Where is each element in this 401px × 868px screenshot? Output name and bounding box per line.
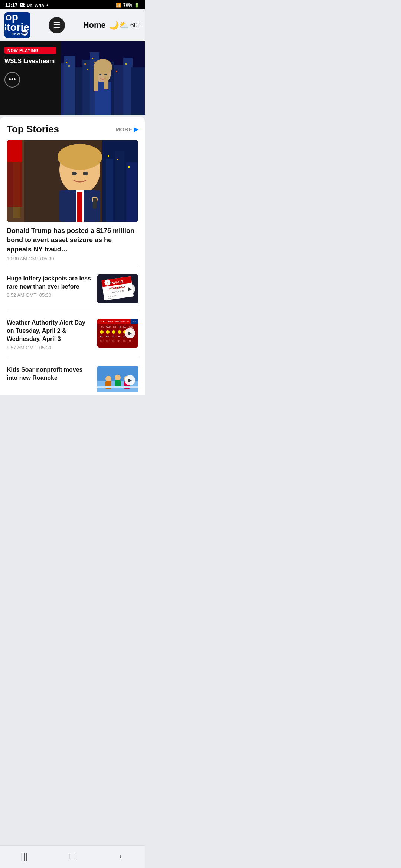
more-stories-link[interactable]: MORE ▶ [115, 126, 138, 133]
lottery-time: 8:52 AM GMT+05:30 [7, 292, 93, 298]
featured-time: 10:00 AM GMT+05:30 [7, 256, 138, 262]
svg-point-42 [72, 172, 77, 175]
lottery-headline: Huge lottery jackpots are less rare now … [7, 274, 93, 291]
logo-tagline: WORKING FOR YOU [9, 36, 27, 38]
svg-rect-6 [75, 67, 82, 115]
svg-text:36: 36 [112, 340, 115, 342]
svg-point-92 [105, 376, 111, 382]
svg-text:WED: WED [106, 326, 111, 328]
svg-point-73 [118, 330, 121, 334]
weather-headline: Weather Authority Alert Day on Tuesday, … [7, 319, 93, 343]
weather-widget: 🌙⛅ 60° [109, 20, 140, 30]
svg-text:IES: IES [133, 320, 136, 323]
nbc-peacock-icon: NBC [22, 29, 28, 36]
svg-text:82: 82 [100, 335, 103, 338]
svg-point-72 [112, 330, 115, 334]
battery-display: 70% [123, 3, 132, 8]
svg-point-71 [106, 330, 110, 334]
app-logo[interactable]: Top Stories NEWS WORKING FOR YOU NBC [4, 12, 30, 38]
svg-rect-50 [128, 166, 130, 168]
menu-button[interactable]: ☰ [49, 17, 65, 33]
svg-rect-46 [115, 151, 124, 222]
time-display: 12:17 [5, 2, 17, 8]
svg-rect-45 [106, 159, 113, 222]
now-playing-section: NOW PLAYING WSLS Livestream ••• [0, 41, 145, 115]
dh-indicator: Dh [27, 3, 32, 7]
story-item-kids-soar[interactable]: Kids Soar nonprofit moves into new Roano… [7, 362, 138, 392]
app-header: Top Stories NEWS WORKING FOR YOU NBC ☰ H… [0, 9, 145, 41]
more-options-icon: ••• [9, 76, 16, 83]
divider-1 [7, 267, 138, 267]
svg-point-36 [58, 144, 102, 170]
section-title: Top Stories [7, 124, 59, 135]
wifi-icon: 📶 [116, 3, 121, 8]
svg-text:FRI: FRI [118, 326, 121, 328]
now-playing-info: NOW PLAYING WSLS Livestream ••• [0, 41, 61, 115]
weather-thumbnail: ALERT DAY · ROANOKE VALLEY TUE WED THU F… [97, 319, 138, 348]
svg-rect-22 [125, 63, 127, 65]
svg-rect-15 [84, 63, 86, 65]
svg-text:ALERT DAY · ROANOKE VALLEY: ALERT DAY · ROANOKE VALLEY [100, 320, 135, 323]
svg-point-70 [100, 330, 104, 334]
divider-3 [7, 358, 138, 358]
svg-point-28 [99, 74, 101, 75]
kids-soar-headline: Kids Soar nonprofit moves into new Roano… [7, 366, 93, 382]
livestream-title: WSLS Livestream [4, 57, 56, 65]
svg-text:39: 39 [106, 340, 109, 342]
svg-rect-39 [77, 192, 82, 222]
svg-text:51: 51 [112, 335, 115, 338]
svg-text:NBC: NBC [22, 32, 28, 35]
status-left: 12:17 🖼 Dh WNA • [5, 2, 48, 8]
play-button-lottery[interactable]: ▶ [125, 284, 135, 294]
svg-rect-41 [93, 198, 97, 209]
play-button-kids[interactable]: ▶ [125, 375, 135, 385]
featured-story[interactable]: Donald Trump has posted a $175 million b… [7, 140, 138, 262]
svg-text:THU: THU [112, 326, 116, 328]
svg-rect-98 [97, 386, 138, 388]
lottery-thumbnail: POWER B POWERBALL POWER PLAY 12 25 11 60… [97, 274, 138, 303]
svg-rect-14 [68, 65, 70, 67]
svg-point-43 [83, 172, 88, 175]
play-button-weather[interactable]: ▶ [125, 328, 135, 338]
story-item-lottery[interactable]: Huge lottery jackpots are less rare now … [7, 271, 138, 307]
svg-rect-21 [116, 71, 117, 72]
anchor-image [61, 41, 145, 115]
svg-rect-12 [131, 67, 145, 115]
more-options-button[interactable]: ••• [4, 72, 20, 88]
svg-rect-48 [108, 155, 109, 157]
header-right: Home 🌙⛅ 60° [83, 20, 140, 30]
svg-text:52: 52 [118, 335, 120, 338]
svg-text:35: 35 [123, 340, 126, 342]
wna-indicator: WNA [35, 3, 44, 7]
svg-rect-47 [126, 162, 137, 222]
svg-rect-16 [87, 69, 88, 70]
svg-text:39: 39 [129, 340, 131, 342]
battery-icon: 🔋 [134, 3, 140, 8]
chevron-right-icon: ▶ [134, 126, 138, 133]
status-right: 📶 70% 🔋 [116, 3, 140, 8]
status-bar: 12:17 🖼 Dh WNA • 📶 70% 🔋 [0, 0, 145, 9]
divider-2 [7, 311, 138, 311]
dot-indicator: • [46, 2, 48, 8]
now-playing-badge: NOW PLAYING [4, 47, 56, 54]
svg-text:59: 59 [100, 340, 103, 342]
livestream-preview[interactable] [61, 41, 145, 115]
svg-rect-49 [117, 159, 118, 160]
top-stories-header: Top Stories MORE ▶ [7, 124, 138, 135]
weather-icon: 🌙⛅ [109, 20, 129, 30]
svg-text:SAT: SAT [123, 326, 127, 328]
svg-point-29 [104, 74, 107, 75]
featured-headline: Donald Trump has posted a $175 million b… [7, 226, 138, 254]
photo-icon: 🖼 [20, 2, 25, 8]
story-text-kids: Kids Soar nonprofit moves into new Roano… [7, 366, 93, 384]
story-item-weather[interactable]: Weather Authority Alert Day on Tuesday, … [7, 315, 138, 354]
top-stories-section: Top Stories MORE ▶ [0, 117, 145, 395]
svg-rect-13 [66, 62, 67, 63]
svg-text:65: 65 [106, 335, 109, 338]
svg-rect-17 [92, 58, 93, 59]
svg-text:TUE: TUE [100, 326, 104, 328]
svg-rect-34 [7, 140, 22, 162]
featured-story-image [7, 140, 138, 222]
story-text-weather: Weather Authority Alert Day on Tuesday, … [7, 319, 93, 351]
hamburger-icon: ☰ [53, 20, 61, 30]
